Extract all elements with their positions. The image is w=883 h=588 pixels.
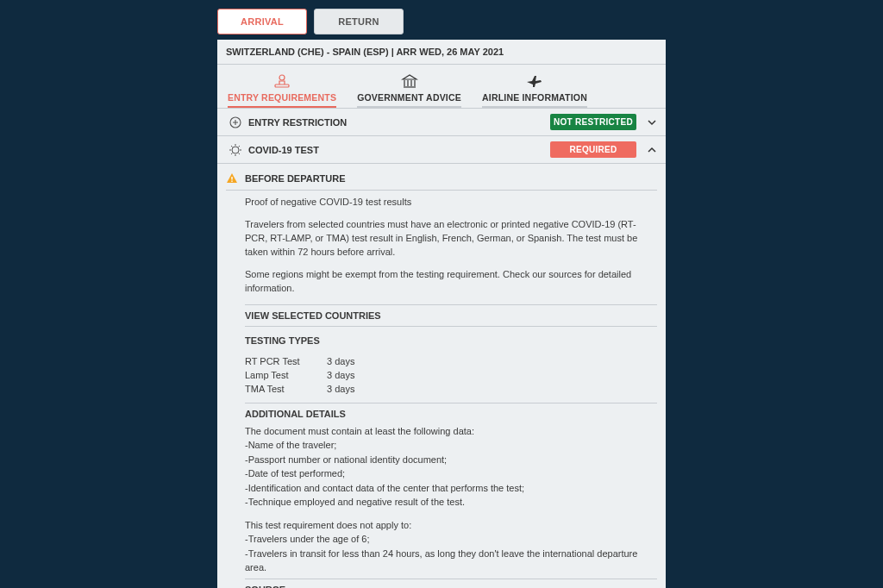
virus-icon: [226, 143, 245, 157]
svg-point-3: [232, 147, 239, 153]
subtab-label: ENTRY REQUIREMENTS: [228, 92, 336, 103]
passport-stamp-icon: [226, 116, 245, 129]
detail-line: -Name of the traveler;: [245, 438, 657, 453]
before-departure-heading: BEFORE DEPARTURE: [245, 173, 346, 184]
test-row: RT PCR Test3 days: [245, 354, 657, 368]
additional-details-heading: ADDITIONAL DETAILS: [245, 403, 657, 424]
status-badge: REQUIRED: [550, 141, 636, 158]
test-name: RT PCR Test: [245, 356, 327, 366]
airplane-icon: [482, 72, 587, 91]
svg-point-1: [279, 75, 285, 80]
detail-line: -Travelers in transit for less than 24 h…: [245, 547, 657, 575]
top-tabs: ARRIVAL RETURN: [217, 9, 666, 40]
subtab-government-advice[interactable]: GOVERNMENT ADVICE: [357, 72, 461, 108]
proof-text: Proof of negative COVID-19 test results: [245, 196, 657, 210]
source-heading: SOURCE: [245, 579, 657, 588]
test-duration: 3 days: [327, 370, 354, 380]
detail-line: -Date of test performed;: [245, 466, 657, 481]
detail-line: -Identification and contact data of the …: [245, 481, 657, 496]
test-row: Lamp Test3 days: [245, 368, 657, 382]
testing-types-list: RT PCR Test3 daysLamp Test3 daysTMA Test…: [245, 351, 657, 399]
test-row: TMA Test3 days: [245, 382, 657, 396]
government-icon: [357, 72, 461, 91]
row-title: ENTRY RESTRICTION: [245, 117, 550, 128]
row-title: COVID-19 TEST: [245, 145, 550, 155]
additional-details-block-1: The document must contain at least the f…: [245, 424, 657, 510]
svg-rect-0: [275, 84, 289, 87]
chevron-up-icon: [647, 145, 657, 155]
row-entry-restriction[interactable]: ENTRY RESTRICTION NOT RESTRICTED: [217, 109, 666, 136]
status-badge: NOT RESTRICTED: [550, 114, 636, 130]
svg-rect-5: [231, 181, 232, 182]
stamp-icon: [228, 72, 336, 91]
view-selected-countries[interactable]: VIEW SELECTED COUNTRIES: [245, 304, 657, 327]
detail-line: The document must contain at least the f…: [245, 424, 657, 439]
detail-line: -Travelers under the age of 6;: [245, 532, 657, 547]
test-duration: 3 days: [327, 384, 354, 394]
covid-test-details: BEFORE DEPARTURE Proof of negative COVID…: [217, 164, 666, 588]
warning-icon: [226, 172, 238, 185]
requirement-para-1: Travelers from selected countries must h…: [245, 218, 657, 260]
row-covid-test[interactable]: COVID-19 TEST REQUIRED: [217, 136, 666, 164]
requirement-para-2: Some regions might be exempt from the te…: [245, 268, 657, 296]
route-summary: SWITZERLAND (CHE) - SPAIN (ESP) | ARR WE…: [217, 40, 666, 65]
subtab-entry-requirements[interactable]: ENTRY REQUIREMENTS: [228, 72, 336, 108]
additional-details-block-2: This test requirement does not apply to:…: [245, 518, 657, 575]
testing-types-heading: TESTING TYPES: [245, 330, 657, 351]
detail-line: -Technique employed and negative result …: [245, 495, 657, 510]
test-duration: 3 days: [327, 356, 354, 366]
subtab-label: GOVERNMENT ADVICE: [357, 92, 461, 103]
subtab-label: AIRLINE INFORMATION: [482, 92, 587, 103]
test-name: TMA Test: [245, 384, 327, 394]
chevron-down-icon: [647, 117, 657, 128]
tab-arrival[interactable]: ARRIVAL: [217, 9, 307, 34]
subtab-airline-information[interactable]: AIRLINE INFORMATION: [482, 72, 587, 108]
detail-line: This test requirement does not apply to:: [245, 518, 657, 533]
svg-rect-4: [231, 177, 232, 180]
tab-return[interactable]: RETURN: [314, 9, 404, 34]
detail-line: -Passport number or national identity do…: [245, 453, 657, 467]
test-name: Lamp Test: [245, 370, 327, 380]
travel-advisory-panel: ARRIVAL RETURN SWITZERLAND (CHE) - SPAIN…: [217, 9, 666, 588]
sub-tabs: ENTRY REQUIREMENTS GOVERNMENT ADVICE AIR…: [217, 65, 666, 109]
